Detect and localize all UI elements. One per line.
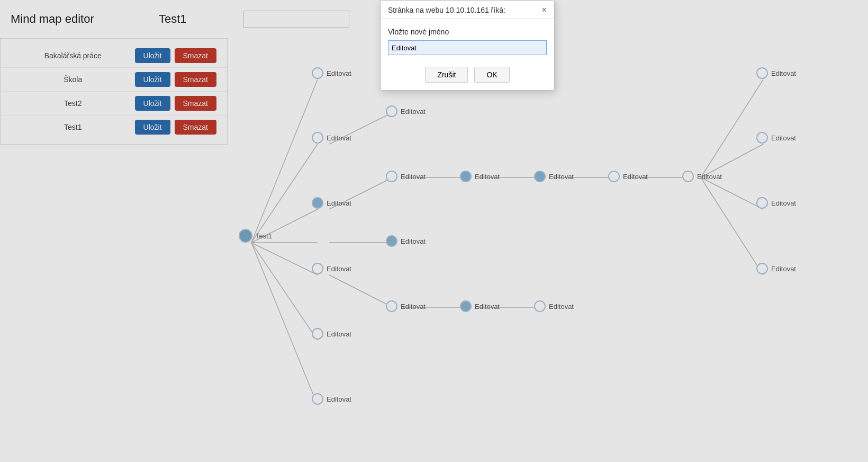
dialog-title: Stránka na webu 10.10.10.161 říká: <box>388 6 505 14</box>
dialog-name-input[interactable] <box>388 40 547 55</box>
dialog-overlay: Stránka na webu 10.10.10.161 říká: × Vlo… <box>0 0 868 462</box>
dialog-body: Vložte nové jméno <box>381 19 554 60</box>
zrusit-button[interactable]: Zrušit <box>425 67 468 83</box>
dialog-actions: Zrušit OK <box>381 60 554 90</box>
dialog-close-button[interactable]: × <box>542 6 547 14</box>
dialog: Stránka na webu 10.10.10.161 říká: × Vlo… <box>380 0 555 91</box>
ok-button[interactable]: OK <box>474 67 509 83</box>
dialog-label: Vložte nové jméno <box>388 28 547 36</box>
dialog-title-bar: Stránka na webu 10.10.10.161 říká: × <box>381 1 554 19</box>
